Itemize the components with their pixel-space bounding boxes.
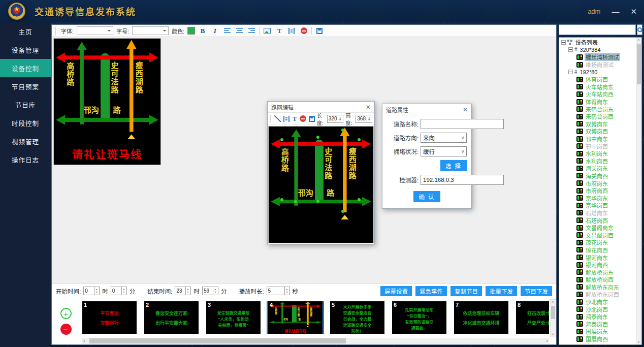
end-hour-spinner[interactable]: 23 <box>175 287 191 295</box>
tree-device[interactable]: 国展岗东 <box>560 328 635 335</box>
tree-device[interactable]: 体育岗东 <box>560 98 635 106</box>
tree-device[interactable]: 国展岗西 <box>560 335 635 343</box>
start-minute-spinner[interactable]: 0 <box>111 287 127 295</box>
control-point-9[interactable] <box>341 210 344 213</box>
tree-device[interactable]: 体育岗西 <box>560 76 635 83</box>
tree-device[interactable]: 解放桥东岗西 <box>560 291 635 298</box>
control-point-8[interactable] <box>358 198 361 201</box>
playlist-item-2[interactable]: 春运安全连万家出行平安靠大家2 <box>144 301 199 334</box>
length-spinner[interactable]: 320 <box>327 115 344 123</box>
sidebar-item-8[interactable]: 操作日志 <box>0 150 51 169</box>
tree-device[interactable]: 鸿泰岗西 <box>560 321 635 328</box>
line-tool-icon[interactable] <box>274 114 281 123</box>
road-middle-green-bar[interactable] <box>315 140 324 203</box>
editor-text-tool-icon[interactable]: T <box>292 114 298 123</box>
action-button-1[interactable]: 屏幕设置 <box>380 286 412 296</box>
tree-device[interactable]: 沙北岗东 <box>560 298 635 306</box>
tree-device[interactable]: 文昌阁岗西 <box>560 231 635 239</box>
save-icon[interactable] <box>315 26 324 36</box>
sidebar-item-3[interactable]: 设备控制 <box>0 59 51 77</box>
italic-icon[interactable]: I <box>210 26 219 36</box>
expander-icon[interactable] <box>568 47 573 52</box>
control-point-3[interactable] <box>358 138 361 141</box>
tree-device[interactable]: 海关岗东 <box>560 165 635 172</box>
insert-image-icon[interactable] <box>263 26 272 36</box>
road-direction-select[interactable]: 来向 <box>421 133 467 143</box>
action-button-4[interactable]: 批量下发 <box>486 286 517 296</box>
editor-close-icon[interactable]: ✕ <box>366 104 371 111</box>
tree-scrollbar[interactable] <box>636 38 641 344</box>
tree-device[interactable]: 市府岗东 <box>560 179 635 187</box>
add-program-button[interactable]: + <box>60 308 72 319</box>
congestion-select[interactable]: 缓行 <box>421 146 467 156</box>
tree-device[interactable]: 维扬岗测试 <box>560 61 635 69</box>
tree-device[interactable]: 火车站岗东 <box>560 83 635 91</box>
tree-device[interactable]: 京华岗西 <box>560 202 635 209</box>
tree-device[interactable]: 解放桥东岗东 <box>560 283 635 291</box>
tree-device[interactable]: 鸿泰岗东 <box>560 313 635 321</box>
tree-device[interactable]: 火车站岗西 <box>560 90 635 98</box>
road-name-input[interactable] <box>421 119 504 129</box>
tree-device[interactable]: 文昌阁岗东 <box>560 224 635 232</box>
playlist-vertical-scrollbar[interactable] <box>550 299 556 337</box>
tree-device[interactable]: 沙北岗西 <box>560 305 635 313</box>
control-point-4[interactable] <box>341 129 344 132</box>
control-point-6[interactable] <box>294 200 297 203</box>
action-button-3[interactable]: 复制节目 <box>450 286 482 296</box>
select-button[interactable]: 选 择 <box>440 160 467 171</box>
road-label-bottom-left[interactable]: 邗沟 <box>298 189 313 197</box>
duration-spinner[interactable]: 5 <box>267 287 290 295</box>
sidebar-item-1[interactable]: 主页 <box>0 22 51 41</box>
tree-device[interactable]: 解放桥岗东 <box>560 268 635 276</box>
sign-preview[interactable]: 高桥路史可法路瘦西湖路邗沟路请礼让斑马线 <box>53 38 161 165</box>
editor-save-icon[interactable] <box>308 114 315 123</box>
sidebar-item-6[interactable]: 时段控制 <box>0 114 51 132</box>
editor-delete-icon[interactable] <box>300 114 306 123</box>
tree-device[interactable]: 银河岗西 <box>560 261 635 269</box>
playlist-item-6[interactable]: 扎实开展电动车“百日整治”，有效预防道路交通事故。6 <box>392 301 446 334</box>
align-center-icon[interactable] <box>235 26 244 36</box>
playlist-item-4[interactable]: 高桥路史可法路瘦西湖路邗沟路请礼让斑马线4 <box>268 301 323 334</box>
tree-device[interactable]: 来鹤台岗西 <box>560 113 635 120</box>
font-select[interactable] <box>77 26 113 35</box>
align-left-icon[interactable] <box>222 26 232 36</box>
control-point-2[interactable] <box>316 136 319 139</box>
delete-icon[interactable] <box>299 26 308 36</box>
action-button-2[interactable]: 紧急事件 <box>415 286 447 296</box>
action-button-5[interactable]: 节目下发 <box>521 286 552 296</box>
tree-device[interactable]: 京华岗东 <box>560 194 635 202</box>
playlist-item-7[interactable]: 依法治理非标车辆净化城市交通环境7 <box>454 301 508 334</box>
tree-device[interactable]: 银河岗东 <box>560 254 635 261</box>
yellow-triangle[interactable] <box>341 215 348 219</box>
properties-close-icon[interactable]: ✕ <box>463 106 468 113</box>
align-right-icon[interactable] <box>247 26 256 36</box>
tree-device[interactable]: 邗中岗西 <box>560 142 635 150</box>
end-minute-spinner[interactable]: 59 <box>202 287 218 295</box>
tree-device[interactable]: 螺丝湾桥测试 <box>560 53 635 61</box>
color-swatch[interactable] <box>187 27 195 35</box>
sidebar-item-2[interactable]: 设备管理 <box>0 41 51 59</box>
font-size-select[interactable] <box>132 26 169 35</box>
remove-program-button[interactable]: − <box>60 324 72 335</box>
sidebar-item-5[interactable]: 节目库 <box>0 96 51 114</box>
sidebar-item-4[interactable]: 节目预案 <box>0 77 51 96</box>
tree-group-2[interactable]: 192*80 <box>560 68 635 76</box>
bold-icon[interactable]: B <box>198 26 207 36</box>
road-label-middle[interactable]: 史可法路 <box>324 147 332 180</box>
tree-device[interactable]: 来鹤台岗东 <box>560 105 635 113</box>
minimize-icon[interactable]: — <box>611 8 619 15</box>
tree-device[interactable]: 石塔岗西 <box>560 216 635 224</box>
road-network-icon[interactable] <box>287 26 296 36</box>
confirm-button[interactable]: 确 认 <box>413 191 440 202</box>
tree-group-1[interactable]: 320*384 <box>560 46 635 54</box>
tree-device[interactable]: 市府岗西 <box>560 187 635 195</box>
tree-device[interactable]: 双博岗东 <box>560 120 635 128</box>
tree-device[interactable]: 双博岗西 <box>560 128 635 135</box>
start-hour-spinner[interactable]: 0 <box>83 287 100 295</box>
control-point-5[interactable] <box>280 198 283 201</box>
detector-input[interactable] <box>421 175 504 185</box>
playlist-item-1[interactable]: 平安春运交警同行1 <box>82 301 137 334</box>
text-tool-icon[interactable]: T <box>275 26 284 36</box>
tree-device[interactable]: 石塔岗东 <box>560 209 635 217</box>
playlist-item-3[interactable]: 发生轻微交通事故“人未伤，车能动先拍照，后撤离”3 <box>206 301 261 334</box>
